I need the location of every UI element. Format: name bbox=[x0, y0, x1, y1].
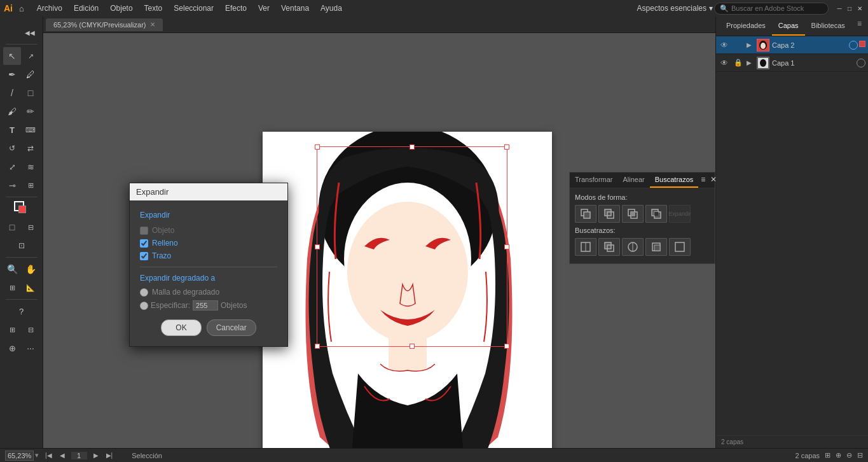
screen-mode[interactable]: ⊡ bbox=[13, 237, 31, 255]
divide-button[interactable] bbox=[575, 238, 596, 256]
line-tool[interactable]: / bbox=[3, 84, 21, 102]
panel-close-icon[interactable]: ✕ bbox=[708, 172, 719, 188]
touch-type-tool[interactable]: ⌨ bbox=[22, 121, 39, 139]
type-tool-2[interactable]: T bbox=[3, 121, 21, 139]
width-tool[interactable]: ⊸ bbox=[3, 176, 21, 194]
extra-tools-1[interactable]: ⊞ bbox=[3, 321, 21, 339]
direct-select-tool[interactable]: ↗ bbox=[22, 47, 39, 65]
trim-button[interactable] bbox=[598, 238, 620, 256]
rect-tool[interactable]: □ bbox=[22, 84, 39, 102]
trazo-checkbox[interactable] bbox=[140, 252, 148, 260]
menu-ventana[interactable]: Ventana bbox=[276, 3, 314, 14]
tab-bar: 65,23% (CMYK/Previsualizar) ✕ bbox=[43, 17, 715, 33]
fill-stroke[interactable] bbox=[13, 200, 31, 218]
draw-behind[interactable]: ⊟ bbox=[22, 218, 39, 236]
reflect-tool[interactable]: ⇄ bbox=[22, 139, 39, 157]
warp-tool[interactable]: ≋ bbox=[22, 158, 39, 176]
first-page-button[interactable]: |◀ bbox=[44, 452, 53, 459]
artboard-tool[interactable]: ⊞ bbox=[3, 279, 21, 297]
expand-pathfinder-button[interactable]: Expandir bbox=[669, 205, 691, 223]
pen-tool[interactable]: ✒ bbox=[3, 66, 21, 83]
home-icon[interactable]: ⌂ bbox=[19, 4, 24, 13]
exclude-button[interactable] bbox=[645, 205, 667, 223]
layer-lock-capa1[interactable]: 🔒 bbox=[733, 57, 744, 69]
tab-bibliotecas[interactable]: Bibliotecas bbox=[805, 17, 851, 36]
tab-capas[interactable]: Capas bbox=[772, 17, 805, 36]
menu-archivo[interactable]: Archivo bbox=[32, 3, 67, 14]
menu-ver[interactable]: Ver bbox=[253, 3, 275, 14]
menu-texto[interactable]: Texto bbox=[139, 3, 168, 14]
panel-menu-icon[interactable]: ≡ bbox=[698, 172, 708, 188]
scale-tool[interactable]: ⤢ bbox=[3, 158, 21, 176]
minus-front-button[interactable] bbox=[598, 205, 620, 223]
tab-transformar[interactable]: Transformar bbox=[570, 172, 618, 188]
menu-efecto[interactable]: Efecto bbox=[220, 3, 252, 14]
more-tools[interactable]: ··· bbox=[22, 339, 39, 357]
zoom-tool[interactable]: 🔍 bbox=[3, 260, 21, 278]
tab-close-button[interactable]: ✕ bbox=[150, 21, 155, 28]
layer-visibility-capa2[interactable]: 👁 bbox=[719, 39, 730, 51]
layer-target-capa2[interactable] bbox=[849, 41, 858, 50]
zoom-input[interactable] bbox=[5, 451, 34, 461]
specify-value-input[interactable] bbox=[193, 300, 218, 311]
minimize-button[interactable]: ─ bbox=[835, 4, 844, 13]
menu-objeto[interactable]: Objeto bbox=[105, 3, 137, 14]
menu-seleccionar[interactable]: Seleccionar bbox=[169, 3, 219, 14]
layer-expand-capa2[interactable]: ▶ bbox=[747, 41, 754, 48]
pencil-tool[interactable]: ✏ bbox=[22, 102, 39, 120]
zoom-dropdown-icon[interactable]: ▾ bbox=[35, 451, 39, 459]
tab-buscatrazos[interactable]: Buscatrazos bbox=[650, 172, 699, 188]
workspace-chevron[interactable]: ▾ bbox=[709, 4, 713, 13]
relleno-checkbox[interactable] bbox=[140, 239, 148, 248]
intersect-button[interactable] bbox=[622, 205, 644, 223]
layer-visibility-capa1[interactable]: 👁 bbox=[719, 57, 730, 69]
layer-expand-capa1[interactable]: ▶ bbox=[747, 59, 754, 66]
grid-toggle[interactable]: ⊟ bbox=[857, 451, 863, 459]
normal-mode[interactable]: □ bbox=[3, 218, 21, 236]
paintbrush-tool[interactable]: 🖌 bbox=[3, 102, 21, 120]
layer-item-capa1[interactable]: 👁 🔒 ▶ Capa 1 bbox=[716, 54, 868, 72]
type-tool[interactable]: 🖊 bbox=[22, 66, 39, 83]
shape-builder-tool[interactable]: ⊞ bbox=[22, 176, 39, 194]
layer-item-capa2[interactable]: 👁 ▶ Capa 2 bbox=[716, 36, 868, 54]
gradient-mesh-radio[interactable] bbox=[140, 288, 148, 297]
panel-menu-button[interactable]: ≡ bbox=[855, 17, 864, 36]
extra-tools-2[interactable]: ⊟ bbox=[22, 321, 39, 339]
workspace-selector[interactable]: Aspectos esenciales ▾ bbox=[637, 4, 713, 13]
measure-tool[interactable]: 📐 bbox=[22, 279, 39, 297]
search-box[interactable]: 🔍 bbox=[714, 3, 829, 15]
svg-rect-22 bbox=[654, 245, 660, 251]
crop-button[interactable] bbox=[645, 238, 667, 256]
document-tab[interactable]: 65,23% (CMYK/Previsualizar) ✕ bbox=[46, 18, 163, 31]
last-page-button[interactable]: ▶| bbox=[105, 452, 114, 459]
help-button[interactable]: ? bbox=[13, 302, 31, 320]
page-input[interactable] bbox=[71, 452, 87, 459]
hand-tool[interactable]: ✋ bbox=[22, 260, 39, 278]
specify-radio[interactable] bbox=[140, 302, 148, 310]
tab-propiedades[interactable]: Propiedades bbox=[720, 17, 772, 36]
rotate-tool[interactable]: ↺ bbox=[3, 139, 21, 157]
menu-edicion[interactable]: Edición bbox=[69, 3, 104, 14]
prev-page-button[interactable]: ◀ bbox=[59, 452, 66, 459]
tab-alinear[interactable]: Alinear bbox=[618, 172, 650, 188]
select-tool[interactable]: ↖ bbox=[3, 47, 21, 65]
layer-target-capa1[interactable] bbox=[857, 59, 865, 67]
artboard-nav-icon[interactable]: ⊞ bbox=[825, 451, 830, 459]
next-page-button[interactable]: ▶ bbox=[92, 452, 100, 459]
search-input[interactable] bbox=[731, 4, 820, 12]
unite-button[interactable] bbox=[575, 205, 596, 223]
objeto-checkbox[interactable] bbox=[140, 227, 148, 235]
collapse-panel-button[interactable]: ◀◀ bbox=[21, 24, 39, 41]
menu-ayuda[interactable]: Ayuda bbox=[315, 3, 347, 14]
outline-button[interactable] bbox=[669, 238, 691, 256]
zoom-in-status[interactable]: ⊕ bbox=[836, 451, 841, 459]
dialog-objeto-row: Objeto bbox=[140, 226, 277, 235]
ok-button[interactable]: OK bbox=[161, 319, 201, 336]
close-button[interactable]: ✕ bbox=[855, 4, 864, 13]
library-icon[interactable]: ⊕ bbox=[3, 339, 21, 357]
zoom-out-status[interactable]: ⊖ bbox=[846, 451, 852, 459]
cancel-button[interactable]: Cancelar bbox=[207, 319, 256, 336]
maximize-button[interactable]: □ bbox=[845, 4, 854, 13]
merge-button[interactable] bbox=[622, 238, 644, 256]
zoom-control[interactable]: ▾ bbox=[5, 451, 39, 461]
